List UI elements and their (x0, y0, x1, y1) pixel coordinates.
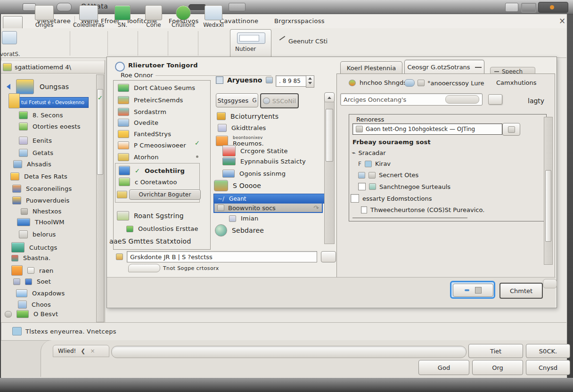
checkbox-icon[interactable] (216, 76, 223, 84)
middle-scroll-thumb[interactable] (326, 109, 333, 162)
renoress-row2[interactable]: ⌁ Sracadar (352, 149, 386, 156)
toolbar-side-icon[interactable] (2, 31, 17, 44)
sidebar-item[interactable]: Deta Fes Rats (10, 172, 67, 180)
bottom-button-cnysd[interactable]: Cnysd (526, 360, 570, 375)
middle-item[interactable]: Imian (229, 215, 258, 222)
bottom-button-tiet[interactable]: Tiet (468, 344, 523, 358)
right-link-2[interactable]: °anooercssoy Lure (404, 79, 484, 87)
sidebar-item[interactable]: Soet (13, 278, 51, 285)
middle-scrollbar[interactable] (324, 102, 335, 244)
renoress-check-4[interactable]: Thweecheurtonse (COS)St Pureavico. (361, 206, 484, 213)
renoress-check-2[interactable]: Sanchtnegoe Surteauls (358, 183, 450, 190)
middle-item-selected-2[interactable]: Boowvnito socs ↷ (213, 203, 323, 213)
middle-check-row[interactable]: Aryuesno (216, 76, 273, 84)
sidebar-header[interactable]: sgattiatiomemd 4\ (1, 61, 105, 74)
maximize-button[interactable] (521, 3, 536, 13)
input-inline-button[interactable] (445, 95, 479, 104)
subbox-button[interactable]: Ovrichtar Boguter (129, 189, 201, 200)
titlebar-button[interactable] (229, 3, 246, 11)
middle-item[interactable]: Gkidttrales (218, 124, 266, 132)
sidebar-item[interactable]: Ahsadis (13, 160, 51, 168)
middle-item-selected[interactable]: ~/Geant (213, 194, 331, 204)
sidebar-item[interactable]: Nhestxos (21, 208, 61, 215)
dismiss-x-icon[interactable]: × (90, 348, 95, 354)
middle-button-1[interactable]: Stgsgyses G (216, 93, 258, 107)
toolbar-item-sn[interactable]: SN. (109, 2, 136, 28)
toolbar-item-wedxxl[interactable]: Wedxxl (200, 2, 227, 28)
sidebar-item[interactable]: O Besvt (5, 310, 58, 318)
subbox-radio-item[interactable]: c Ooretawtoo (119, 178, 177, 186)
sidebar-item[interactable]: THoolWM (17, 218, 65, 226)
right-scrollbar[interactable] (544, 117, 553, 265)
right-search-input[interactable]: Arciges Ooncetang's (340, 93, 483, 106)
toolbar-item-coledlieras[interactable]: Coledlieras (72, 2, 106, 28)
minimize-button[interactable] (505, 3, 518, 12)
renoress-check-3[interactable]: essarty Edomstoctions (351, 194, 432, 203)
menu-item-5[interactable]: Brgrxrsspacioss (271, 17, 327, 24)
dialog-left-item[interactable]: Dort Càtueo Seums (118, 84, 195, 92)
menubar-close-icon[interactable]: × (559, 16, 565, 25)
spin-down-icon[interactable] (308, 82, 312, 84)
renoress-check-1[interactable]: Secnert Otes (358, 172, 418, 179)
sidebar-item[interactable]: belorus (19, 230, 56, 238)
dialog-left-item[interactable]: Sordastrm (118, 108, 166, 116)
ok-button[interactable] (453, 284, 493, 297)
middle-scroll-up-button[interactable] (324, 92, 335, 103)
dialog-bottom-note-row[interactable]: Tnot Sogpe crtosorx (128, 264, 219, 272)
checkbox-icon[interactable] (351, 194, 359, 203)
tab-koerl-plestennia[interactable]: Koerl Plestennia (340, 61, 402, 74)
bottom-button-god[interactable]: God (418, 360, 469, 375)
dialog-left-item[interactable]: P Cmeoosiwoeer (118, 141, 186, 149)
chevron-left-icon[interactable]: ❮ (81, 348, 85, 354)
dialog-bottom-input[interactable]: Grskdonte JR B | S ?estctss (127, 251, 317, 262)
close-button[interactable] (538, 2, 568, 13)
middle-button-2-disabled[interactable]: SSCoNil (260, 93, 299, 108)
sidebar-item[interactable]: Oxapdows (16, 289, 65, 297)
sidebar-item[interactable]: Sbastna. (11, 254, 50, 261)
dialog-left-extra-item[interactable]: Roant Sgstring (117, 211, 184, 220)
dialog-bottom-browse-button[interactable] (321, 251, 336, 262)
sidebar-item[interactable]: Getats (19, 149, 53, 157)
sidebar-item[interactable]: Otorties eoests (19, 122, 81, 131)
sidebar-item[interactable]: Choos (18, 301, 51, 309)
sidebar-item[interactable]: Cutuctgs (11, 242, 57, 253)
toolbar-item-corie[interactable]: Corie (140, 2, 167, 28)
dialog-left-item[interactable]: Atorhon (118, 153, 159, 161)
right-link-3[interactable]: Camxhutions (496, 79, 537, 86)
toolbar-item-onges[interactable]: Onges (29, 2, 59, 28)
sidebar-item[interactable]: Puowverdueis (12, 196, 70, 204)
middle-item[interactable]: Sebdaree (215, 224, 264, 237)
dialog-left-item[interactable]: FantedStrys (118, 130, 171, 138)
sidebar-item[interactable]: Scoaroneilings (12, 185, 72, 193)
bottom-button-org[interactable]: Org (472, 360, 523, 375)
tab-ceosgr-active[interactable]: Ceosgr G.otzSotrans (404, 60, 484, 74)
bottom-button-sock[interactable]: S0CK. (526, 344, 570, 358)
dialog-left-extra-item[interactable]: Ooutlostios Ersttae (126, 225, 198, 232)
renoress-browse-button[interactable] (502, 123, 520, 136)
spin-up-icon[interactable] (308, 77, 312, 80)
sidebar-item[interactable]: Eenits (19, 137, 52, 145)
renoress-check-0[interactable]: F Kirav (358, 160, 391, 167)
sidebar-item-oungsas[interactable]: Oungsas (7, 79, 69, 94)
sidebar-scroll-thumb[interactable] (97, 89, 103, 175)
middle-item[interactable]: Bcioturrytents (217, 112, 278, 120)
spinner-buttons[interactable] (306, 75, 314, 88)
sidebar-item-selected[interactable]: tui Fcetust é - Oevoskenno (18, 97, 89, 108)
sidebar-item[interactable]: raen (11, 265, 53, 276)
bottom-tab-wlied[interactable]: Wlied! ❮ × (53, 345, 109, 357)
toolbar-item-cnuliont[interactable]: Cnuliont (170, 2, 197, 28)
right-toggle[interactable] (488, 94, 502, 105)
cancel-button[interactable]: Chmtet (499, 283, 543, 299)
middle-item[interactable]: Ogonis ssinmg (222, 170, 286, 178)
right-scroll-thumb[interactable] (545, 170, 551, 242)
middle-item[interactable]: Crcgore Statite (222, 145, 288, 156)
dialog-left-item[interactable]: PreteircSnemds (118, 96, 183, 104)
subbox-check-item[interactable]: ✓ Ooctehtiirg (119, 166, 185, 175)
checkbox-icon[interactable] (358, 183, 366, 190)
sidebar-scrollbar[interactable] (96, 74, 104, 322)
sidebar-item[interactable]: 8. Secons (19, 111, 63, 119)
checkbox-icon[interactable] (361, 206, 367, 213)
right-link-1[interactable]: hnchoo Shngds (349, 79, 407, 86)
dialog-left-item[interactable]: Ovedite (118, 119, 158, 127)
renoress-field[interactable]: Gaon tett-Ong 10ohgoktesck — OJTing (352, 123, 502, 135)
